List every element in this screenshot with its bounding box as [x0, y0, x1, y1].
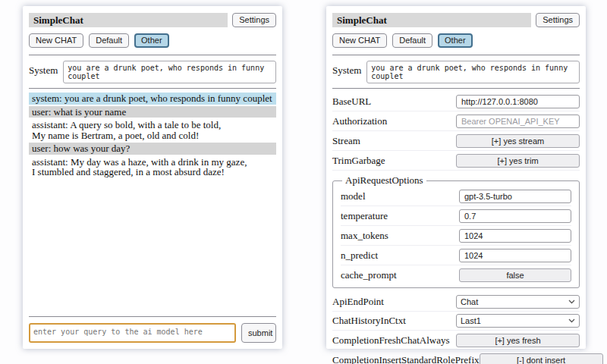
completioninsertstandardroleprefix-label: CompletionInsertStandardRolePrefix — [332, 354, 480, 364]
tab-other[interactable]: Other — [134, 33, 169, 48]
api-request-options-legend: ApiRequestOptions — [342, 174, 426, 187]
authorization-input[interactable] — [456, 115, 580, 128]
trimgarbage-toggle-button[interactable]: [+] yes trim — [456, 154, 580, 168]
chat-message-user: user: how was your day? — [29, 143, 276, 155]
system-prompt-row: System you are a drunk poet, who respond… — [332, 61, 580, 83]
stream-toggle-button[interactable]: [+] yes stream — [456, 134, 580, 148]
divider — [332, 55, 580, 55]
settings-panel: SimpleChat Settings New CHAT Default Oth… — [326, 6, 586, 349]
chat-message-assistant: assistant: My day was a haze, with a dri… — [29, 156, 276, 178]
completionfreshchatalways-toggle-button[interactable]: [+] yes fresh — [456, 334, 580, 347]
system-prompt-row: System you are a drunk poet, who respond… — [29, 61, 276, 83]
divider — [29, 88, 276, 89]
setting-row-apiendpoint: ApiEndPoint Chat — [332, 293, 580, 312]
apiendpoint-label: ApiEndPoint — [332, 296, 384, 308]
cache-prompt-toggle-button[interactable]: false — [459, 268, 571, 282]
submit-button[interactable]: submit — [241, 323, 276, 343]
chat-session-tabs: New CHAT Default Other — [332, 33, 580, 48]
setting-row-max-tokens: max_tokens — [341, 226, 571, 246]
temperature-input[interactable] — [459, 209, 571, 223]
n-predict-label: n_predict — [341, 249, 378, 262]
apiendpoint-selected-value: Chat — [461, 297, 478, 306]
setting-row-trimgarbage: TrimGarbage [+] yes trim — [332, 151, 580, 171]
divider — [29, 55, 276, 55]
chathistoryinctxt-selected-value: Last1 — [461, 316, 481, 325]
apiendpoint-select[interactable]: Chat — [456, 295, 580, 309]
chevron-down-icon — [568, 300, 575, 304]
chathistoryinctxt-label: ChatHistoryInCtxt — [332, 315, 406, 327]
cache-prompt-label: cache_prompt — [341, 269, 397, 281]
setting-row-model: model — [341, 187, 571, 206]
stream-label: Stream — [332, 135, 360, 147]
baseurl-label: BaseURL — [332, 96, 371, 108]
chat-message-user: user: what is your name — [29, 106, 276, 118]
setting-row-n-predict: n_predict — [341, 246, 571, 265]
completioninsertstandardroleprefix-toggle-button[interactable]: [-] dont insert — [480, 353, 603, 364]
header-row: SimpleChat Settings — [332, 13, 580, 27]
settings-button[interactable]: Settings — [536, 13, 580, 27]
model-label: model — [341, 190, 366, 202]
query-row: submit — [29, 323, 276, 343]
completionfreshchatalways-label: CompletionFreshChatAlways — [332, 334, 450, 347]
system-label: System — [29, 61, 58, 77]
tab-new-chat[interactable]: New CHAT — [332, 33, 387, 48]
empty-space — [29, 180, 276, 314]
setting-row-temperature: temperature — [341, 206, 571, 226]
app-title: SimpleChat — [332, 13, 531, 27]
model-input[interactable] — [459, 190, 571, 203]
max-tokens-label: max_tokens — [341, 230, 388, 242]
system-prompt-input[interactable]: you are a drunk poet, who responds in fu… — [63, 61, 276, 83]
chat-session-tabs: New CHAT Default Other — [29, 33, 276, 48]
app-title: SimpleChat — [29, 13, 228, 27]
chat-message-list: system: you are a drunk poet, who respon… — [29, 93, 276, 180]
setting-row-authorization: Authorization — [332, 111, 580, 131]
setting-row-cache-prompt: cache_prompt false — [341, 265, 571, 284]
setting-row-baseurl: BaseURL — [332, 92, 580, 111]
authorization-label: Authorization — [332, 115, 387, 127]
setting-row-chathistoryinctxt: ChatHistoryInCtxt Last1 — [332, 312, 580, 331]
chat-message-system: system: you are a drunk poet, who respon… — [29, 93, 276, 105]
tab-new-chat[interactable]: New CHAT — [29, 33, 83, 48]
setting-row-completioninsertstandardroleprefix: CompletionInsertStandardRolePrefix [-] d… — [332, 350, 580, 364]
divider — [332, 88, 580, 89]
chathistoryinctxt-select[interactable]: Last1 — [456, 314, 580, 328]
system-label: System — [332, 61, 361, 77]
setting-row-stream: Stream [+] yes stream — [332, 131, 580, 151]
settings-button[interactable]: Settings — [232, 13, 276, 27]
tab-other[interactable]: Other — [438, 33, 473, 48]
trimgarbage-label: TrimGarbage — [332, 155, 385, 167]
query-input[interactable] — [29, 323, 236, 343]
chevron-down-icon — [568, 318, 575, 323]
system-prompt-input[interactable]: you are a drunk poet, who responds in fu… — [366, 61, 580, 83]
n-predict-input[interactable] — [459, 249, 571, 262]
tab-default[interactable]: Default — [89, 33, 129, 48]
chat-message-assistant: assistant: A query so bold, with a tale … — [29, 119, 276, 141]
api-request-options-fieldset: ApiRequestOptions model temperature max_… — [332, 174, 580, 288]
tab-default[interactable]: Default — [392, 33, 432, 48]
chat-panel: SimpleChat Settings New CHAT Default Oth… — [23, 6, 282, 349]
temperature-label: temperature — [341, 210, 388, 222]
max-tokens-input[interactable] — [459, 229, 571, 243]
header-row: SimpleChat Settings — [29, 13, 276, 27]
divider — [29, 316, 276, 317]
setting-row-completionfreshchatalways: CompletionFreshChatAlways [+] yes fresh — [332, 331, 580, 350]
baseurl-input[interactable] — [456, 95, 580, 108]
